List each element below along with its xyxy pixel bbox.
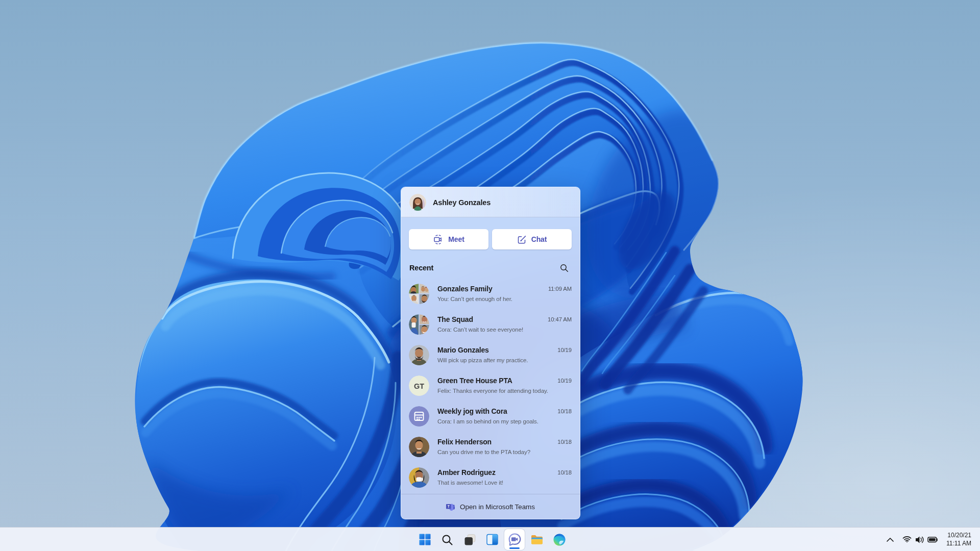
svg-text:GT: GT	[414, 382, 424, 390]
